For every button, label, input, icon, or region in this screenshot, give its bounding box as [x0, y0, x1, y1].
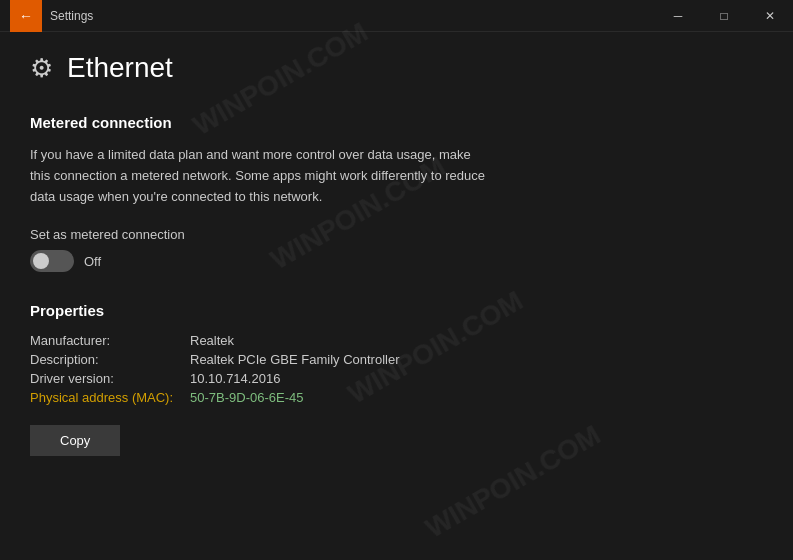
main-content: ⚙ Ethernet Metered connection If you hav… [0, 32, 793, 476]
minimize-icon: ─ [674, 9, 683, 23]
close-button[interactable]: ✕ [747, 0, 793, 32]
toggle-label: Set as metered connection [30, 227, 763, 242]
prop-value-2: 10.10.714.2016 [190, 371, 763, 386]
maximize-button[interactable]: □ [701, 0, 747, 32]
back-icon: ← [19, 8, 33, 24]
page-title: Ethernet [67, 52, 173, 84]
metered-description: If you have a limited data plan and want… [30, 145, 490, 207]
maximize-icon: □ [720, 9, 727, 23]
properties-heading: Properties [30, 302, 763, 319]
copy-button[interactable]: Copy [30, 425, 120, 456]
prop-label-1: Description: [30, 352, 190, 367]
prop-value-mac: 50-7B-9D-06-6E-45 [190, 390, 763, 405]
minimize-button[interactable]: ─ [655, 0, 701, 32]
prop-label-0: Manufacturer: [30, 333, 190, 348]
titlebar: ← Settings ─ □ ✕ [0, 0, 793, 32]
prop-label-2: Driver version: [30, 371, 190, 386]
titlebar-controls: ─ □ ✕ [655, 0, 793, 32]
metered-heading: Metered connection [30, 114, 763, 131]
metered-toggle[interactable] [30, 250, 74, 272]
toggle-row: Off [30, 250, 763, 272]
prop-label-mac: Physical address (MAC): [30, 390, 190, 405]
close-icon: ✕ [765, 9, 775, 23]
titlebar-title: Settings [50, 9, 93, 23]
back-button[interactable]: ← [10, 0, 42, 32]
page-header: ⚙ Ethernet [30, 52, 763, 84]
toggle-knob [33, 253, 49, 269]
titlebar-left: ← Settings [10, 0, 93, 32]
properties-grid: Manufacturer: Realtek Description: Realt… [30, 333, 763, 405]
toggle-state-label: Off [84, 254, 101, 269]
prop-value-0: Realtek [190, 333, 763, 348]
prop-value-1: Realtek PCIe GBE Family Controller [190, 352, 763, 367]
gear-icon: ⚙ [30, 53, 53, 84]
